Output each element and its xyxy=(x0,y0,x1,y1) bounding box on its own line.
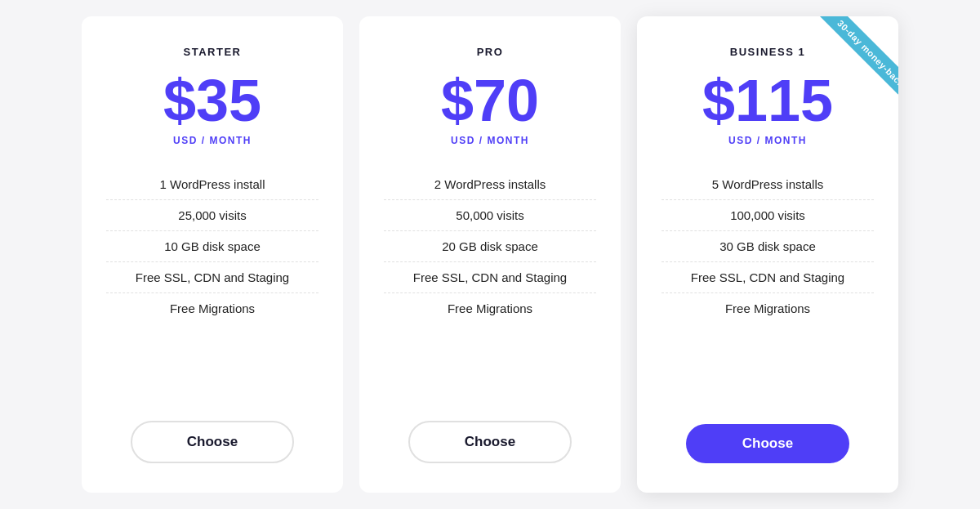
plan-period-pro: USD / MONTH xyxy=(451,135,529,146)
ribbon-container: 30-day money-back xyxy=(800,16,898,114)
feature-item: 1 WordPress install xyxy=(106,169,318,200)
feature-item: Free Migrations xyxy=(106,293,318,324)
plan-price-starter: $35 xyxy=(163,71,261,130)
feature-item: Free SSL, CDN and Staging xyxy=(384,262,596,293)
plan-period-business1: USD / MONTH xyxy=(728,135,807,146)
feature-item: 25,000 visits xyxy=(106,200,318,231)
plan-period-starter: USD / MONTH xyxy=(173,135,252,146)
plan-name-business1: BUSINESS 1 xyxy=(730,46,805,58)
feature-item: 20 GB disk space xyxy=(384,231,596,262)
feature-item: 50,000 visits xyxy=(384,200,596,231)
feature-item: 30 GB disk space xyxy=(662,231,874,262)
pricing-card-pro: PRO$70USD / MONTH2 WordPress installs50,… xyxy=(359,16,621,493)
choose-button-business1[interactable]: Choose xyxy=(686,424,849,463)
feature-item: Free Migrations xyxy=(662,293,874,324)
plan-price-pro: $70 xyxy=(441,71,539,130)
choose-button-pro[interactable]: Choose xyxy=(408,421,572,463)
choose-button-starter[interactable]: Choose xyxy=(131,421,294,463)
feature-item: 2 WordPress installs xyxy=(384,169,596,200)
pricing-container: STARTER$35USD / MONTH1 WordPress install… xyxy=(0,0,980,509)
plan-name-pro: PRO xyxy=(477,46,504,58)
feature-item: Free SSL, CDN and Staging xyxy=(106,262,318,293)
feature-item: Free SSL, CDN and Staging xyxy=(662,262,874,293)
feature-list-starter: 1 WordPress install25,000 visits10 GB di… xyxy=(106,169,318,398)
ribbon-badge: 30-day money-back xyxy=(811,16,898,95)
feature-item: 5 WordPress installs xyxy=(662,169,874,200)
feature-item: 10 GB disk space xyxy=(106,231,318,262)
feature-list-business1: 5 WordPress installs100,000 visits30 GB … xyxy=(662,169,874,401)
feature-item: Free Migrations xyxy=(384,293,596,324)
pricing-card-business1: 30-day money-backBUSINESS 1$115USD / MON… xyxy=(637,16,898,493)
plan-name-starter: STARTER xyxy=(184,46,242,58)
pricing-card-starter: STARTER$35USD / MONTH1 WordPress install… xyxy=(82,16,343,493)
feature-list-pro: 2 WordPress installs50,000 visits20 GB d… xyxy=(384,169,596,398)
feature-item: 100,000 visits xyxy=(662,200,874,231)
